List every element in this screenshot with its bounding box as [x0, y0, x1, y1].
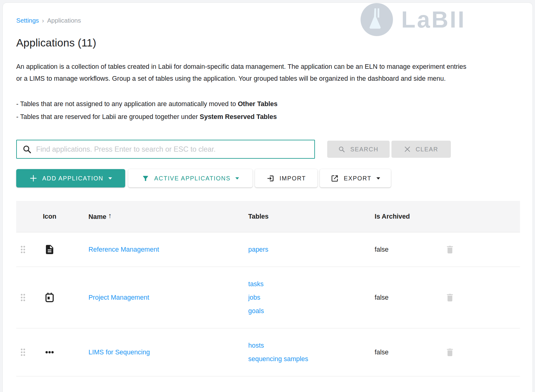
table-row: Reference Managementpapersfalse	[16, 232, 520, 267]
note-line: - Tables that are reserved for Labii are…	[16, 110, 519, 123]
filter-funnel-icon	[142, 175, 149, 182]
search-button-icon	[338, 146, 345, 153]
clear-x-icon	[404, 146, 411, 153]
is-archived-value: false	[375, 349, 428, 356]
is-archived-value: false	[375, 246, 428, 253]
tables-cell: papers	[248, 243, 375, 256]
table-link[interactable]: goals	[248, 304, 375, 318]
dropdown-caret-icon	[376, 177, 380, 179]
toolbar: ADD APPLICATION ACTIVE APPLICATIONS IMPO…	[16, 169, 519, 187]
breadcrumb-separator: ›	[42, 17, 44, 24]
table-body: Reference ManagementpapersfalseProject M…	[16, 232, 520, 376]
breadcrumb: Settings›Applications	[16, 16, 519, 25]
tables-cell: tasksjobsgoals	[248, 277, 375, 318]
ellipsis-icon	[30, 347, 69, 358]
application-name-link[interactable]: Project Management	[88, 294, 149, 301]
header-tables: Tables	[248, 213, 375, 220]
table-link[interactable]: tasks	[248, 277, 375, 291]
search-box	[16, 140, 315, 159]
sort-ascending-icon: ↑	[108, 212, 112, 220]
clear-button[interactable]: CLEAR	[391, 141, 451, 158]
delete-icon[interactable]	[445, 347, 455, 358]
breadcrumb-settings-link[interactable]: Settings	[16, 17, 39, 24]
application-name-link[interactable]: LIMS for Sequencing	[88, 349, 150, 356]
search-input[interactable]	[36, 145, 314, 153]
drag-handle[interactable]	[16, 243, 30, 256]
calendar-icon	[30, 292, 69, 303]
delete-icon[interactable]	[445, 244, 455, 255]
page-title: Applications (11)	[16, 36, 519, 50]
search-icon	[22, 145, 32, 154]
export-button[interactable]: EXPORT	[320, 169, 391, 187]
is-archived-value: false	[375, 294, 428, 301]
table-link[interactable]: papers	[248, 243, 375, 256]
drag-handle[interactable]	[16, 291, 30, 304]
import-icon	[266, 174, 275, 183]
delete-icon[interactable]	[445, 292, 455, 303]
add-application-button[interactable]: ADD APPLICATION	[16, 169, 125, 187]
active-applications-filter-button[interactable]: ACTIVE APPLICATIONS	[128, 169, 253, 187]
table-link[interactable]: jobs	[248, 291, 375, 304]
breadcrumb-current: Applications	[47, 17, 81, 24]
table-link[interactable]: hosts	[248, 339, 375, 352]
drag-handle[interactable]	[16, 346, 30, 358]
tables-cell: hostssequencing samples	[248, 339, 375, 366]
header-is-archived: Is Archived	[375, 213, 428, 220]
table-row: Project Managementtasksjobsgoalsfalse	[16, 267, 520, 328]
dropdown-caret-icon	[235, 177, 239, 179]
header-icon: Icon	[30, 213, 69, 220]
table-link[interactable]: sequencing samples	[248, 352, 375, 366]
plus-icon	[29, 174, 37, 182]
document-icon	[30, 244, 69, 255]
search-row: SEARCH CLEAR	[16, 140, 519, 159]
main-card: LaBII Settings›Applications Applications…	[2, 2, 533, 392]
header-name[interactable]: Name↑	[69, 213, 248, 221]
dropdown-caret-icon	[108, 177, 112, 179]
table-row: LIMS for Sequencinghostssequencing sampl…	[16, 328, 520, 376]
export-icon	[331, 174, 339, 183]
search-button[interactable]: SEARCH	[327, 141, 390, 158]
application-name-link[interactable]: Reference Management	[88, 246, 159, 253]
import-button[interactable]: IMPORT	[255, 169, 317, 187]
table-header-row: Icon Name↑ Tables Is Archived	[16, 201, 520, 232]
page-description: An application is a collection of tables…	[16, 61, 472, 85]
notes-list: - Tables that are not assigned to any ap…	[16, 98, 519, 123]
note-line: - Tables that are not assigned to any ap…	[16, 98, 519, 110]
applications-table: Icon Name↑ Tables Is Archived Reference …	[16, 201, 520, 376]
